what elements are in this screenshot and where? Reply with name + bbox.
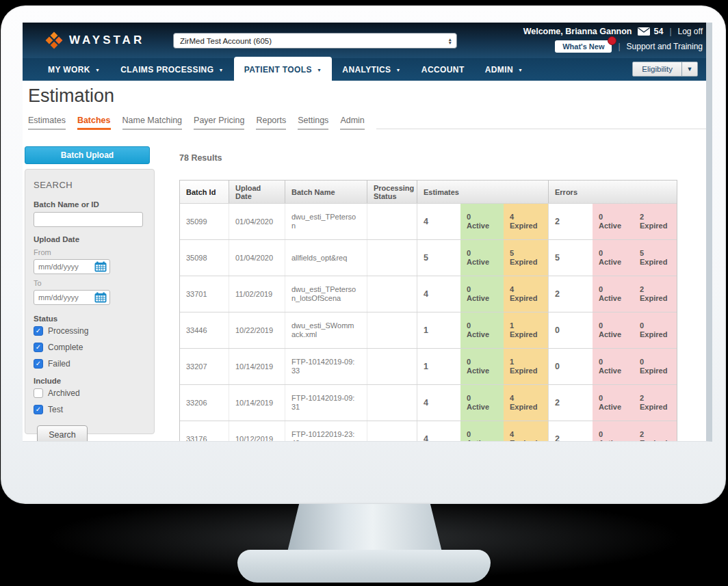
cell-count: 4 <box>510 213 514 222</box>
table-row[interactable]: 3509801/04/2020allfields_opt&req50Active… <box>180 239 677 276</box>
log-off-link[interactable]: Log off <box>678 27 703 36</box>
nav-item-admin[interactable]: ADMIN▼ <box>475 58 534 81</box>
checkbox-checked-icon[interactable]: ✓ <box>34 359 43 369</box>
column-header-errors[interactable]: Errors <box>548 181 677 203</box>
table-row[interactable]: 3320710/14/2019FTP-10142019-09:3310Activ… <box>180 348 677 384</box>
cell-upload-date: 10/14/2019 <box>229 385 285 421</box>
cell-batch-name: dwu_esti_TPeterson <box>285 204 367 239</box>
cell-estimates-total: 1 <box>417 349 460 384</box>
from-date-input[interactable] <box>38 263 86 271</box>
mail-indicator[interactable]: 54 <box>638 27 663 36</box>
batch-name-input[interactable] <box>34 212 143 227</box>
cell-count: 2 <box>640 394 644 403</box>
account-select[interactable]: ZirMed Test Account (605) ▲▼ <box>173 33 457 49</box>
cell-errors-total: 2 <box>548 204 593 239</box>
nav-item-label: CLAIMS PROCESSING <box>120 65 213 75</box>
cell-word: Active <box>467 330 489 339</box>
batch-upload-button[interactable]: Batch Upload <box>25 146 150 164</box>
calendar-icon[interactable] <box>94 292 107 303</box>
whats-new-label: What's New <box>562 42 604 51</box>
cell-count: 0 <box>599 249 603 258</box>
tab-payer-pricing[interactable]: Payer Pricing <box>194 116 244 130</box>
status-label: Status <box>34 315 146 323</box>
cell-estimates-expired: 4Expired <box>504 276 548 312</box>
support-and-training-link[interactable]: Support and Training <box>627 42 703 51</box>
checkbox-failed[interactable]: ✓Failed <box>34 359 146 369</box>
cell-count: 0 <box>640 358 644 367</box>
checkbox-label: Processing <box>48 326 88 336</box>
column-header-upload-date[interactable]: Upload Date <box>229 181 285 203</box>
nav-item-patient-tools[interactable]: PATIENT TOOLS▼ <box>234 57 333 81</box>
column-header-processing-status[interactable]: Processing Status <box>367 181 417 203</box>
cell-batch-name: allfields_opt&req <box>285 240 367 276</box>
chevron-down-icon[interactable]: ▼ <box>681 62 697 76</box>
eligibility-dropdown[interactable]: Eligibility ▼ <box>632 62 698 77</box>
logo-wordmark: WAYSTAR <box>69 34 144 47</box>
include-label: Include <box>34 377 146 385</box>
cell-processing-status <box>367 240 417 276</box>
nav-item-account[interactable]: ACCOUNT <box>411 58 475 81</box>
table-row[interactable]: 3317610/12/2019FTP-10122019-23:4940Activ… <box>180 421 677 441</box>
checkbox-checked-icon[interactable]: ✓ <box>34 326 43 336</box>
cell-estimates-active: 0Active <box>460 385 504 421</box>
cell-word: Active <box>599 403 621 412</box>
monitor-bezel: WAYSTAR ZirMed Test Account (605) ▲▼ Wel… <box>1 5 726 504</box>
cell-estimates-active: 0Active <box>460 312 504 348</box>
cell-batch-id: 35098 <box>180 240 229 276</box>
cell-word: Active <box>467 367 489 375</box>
column-header-batch-id[interactable]: Batch Id <box>180 181 229 203</box>
search-panel: SEARCH Batch Name or ID Upload Date From <box>25 169 155 434</box>
checkbox-archived[interactable]: Archived <box>34 388 146 398</box>
nav-item-claims-processing[interactable]: CLAIMS PROCESSING▼ <box>110 58 234 81</box>
cell-word: Expired <box>510 330 537 339</box>
checkbox-test[interactable]: ✓Test <box>34 405 146 414</box>
column-header-estimates[interactable]: Estimates <box>417 181 548 203</box>
tab-batches[interactable]: Batches <box>77 116 111 130</box>
checkbox-processing[interactable]: ✓Processing <box>34 326 146 336</box>
cell-errors-expired: 2Expired <box>634 421 677 441</box>
nav-item-analytics[interactable]: ANALYTICS▼ <box>332 58 411 81</box>
cell-word: Expired <box>510 367 537 375</box>
nav-item-my-work[interactable]: MY WORK▼ <box>38 58 110 81</box>
cell-count: 5 <box>640 249 644 258</box>
table-row[interactable]: 3509901/04/2020dwu_esti_TPeterson40Activ… <box>180 203 677 239</box>
calendar-icon[interactable] <box>94 261 107 272</box>
cell-batch-name: FTP-10142019-09:33 <box>285 349 367 384</box>
to-label: To <box>34 279 146 287</box>
cell-word: Expired <box>510 439 537 441</box>
to-date-input[interactable] <box>38 293 86 302</box>
cell-batch-name: FTP-10122019-23:49 <box>285 421 367 441</box>
tab-estimates[interactable]: Estimates <box>28 116 66 130</box>
cell-count: 0 <box>640 321 644 330</box>
cell-errors-total: 0 <box>548 312 593 348</box>
cell-count: 0 <box>467 213 471 222</box>
checkbox-checked-icon[interactable]: ✓ <box>34 343 43 352</box>
tab-settings[interactable]: Settings <box>298 116 328 130</box>
tab-reports[interactable]: Reports <box>256 116 286 130</box>
cell-estimates-total: 4 <box>417 385 460 421</box>
table-row[interactable]: 3320610/14/2019FTP-10142019-09:3140Activ… <box>180 384 677 421</box>
results-count: 78 Results <box>179 153 222 163</box>
checkbox-unchecked-icon[interactable] <box>34 388 43 398</box>
checkbox-checked-icon[interactable]: ✓ <box>34 405 43 414</box>
whats-new-button[interactable]: What's New <box>555 40 612 53</box>
cell-upload-date: 10/12/2019 <box>229 421 285 441</box>
cell-word: Active <box>599 294 621 303</box>
nav-menu: MY WORK▼CLAIMS PROCESSING▼PATIENT TOOLS▼… <box>38 58 533 81</box>
cell-count: 0 <box>599 358 603 367</box>
upload-date-label: Upload Date <box>34 235 146 243</box>
table-row[interactable]: 3344610/22/2019dwu_esti_SWommack.xml10Ac… <box>180 312 677 348</box>
cell-count: 0 <box>467 249 471 258</box>
table-row[interactable]: 3370111/02/2019dwu_esti_TPeterson_lotsOf… <box>180 276 677 312</box>
cell-errors-active: 0Active <box>593 276 634 312</box>
column-header-batch-name[interactable]: Batch Name <box>285 181 367 203</box>
cell-batch-id: 33446 <box>180 312 229 348</box>
tab-name-matching[interactable]: Name Matching <box>122 116 183 130</box>
checkbox-complete[interactable]: ✓Complete <box>34 343 146 352</box>
cell-processing-status <box>367 276 417 312</box>
cell-count: 4 <box>510 285 514 294</box>
nav-item-label: ANALYTICS <box>342 65 391 75</box>
tab-admin[interactable]: Admin <box>340 116 364 130</box>
search-button[interactable]: Search <box>37 425 88 441</box>
cell-errors-active: 0Active <box>593 204 634 239</box>
